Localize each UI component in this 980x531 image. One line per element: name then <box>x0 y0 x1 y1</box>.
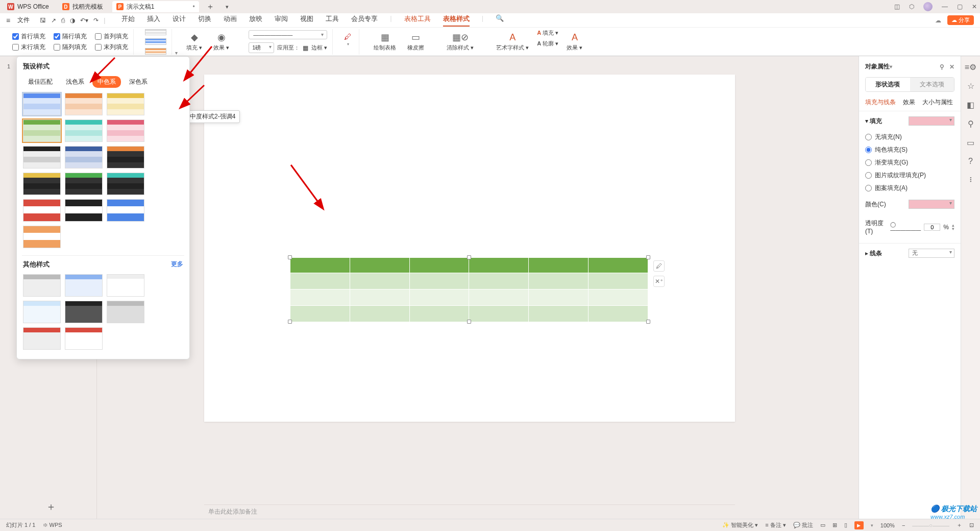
tab-animation[interactable]: 动画 <box>224 14 237 27</box>
style-swatch[interactable] <box>65 146 103 168</box>
zoom-display[interactable]: 100% <box>880 522 895 528</box>
text-outline-button[interactable]: A 轮廓 ▾ <box>537 40 558 47</box>
style-swatch[interactable] <box>23 226 61 248</box>
selected-table[interactable]: 🖊 ✕⁺ <box>290 257 648 322</box>
slideshow-button[interactable]: ▶ <box>854 521 864 529</box>
style-swatch[interactable] <box>107 146 144 168</box>
file-menu[interactable]: 文件 <box>17 16 30 25</box>
view-normal-icon[interactable]: ▭ <box>820 522 825 528</box>
wordart-button[interactable]: A艺术字样式 ▾ <box>493 29 532 55</box>
wand-icon[interactable]: ⚲ <box>968 119 974 129</box>
help-icon[interactable]: ? <box>968 157 973 166</box>
draw-table-button[interactable]: ▦绘制表格 <box>371 29 399 55</box>
radio-gradient-fill[interactable]: 渐变填充(G) <box>859 156 961 169</box>
print-icon[interactable]: ⎙ <box>61 17 65 24</box>
resize-handle[interactable] <box>288 255 292 259</box>
border-icon[interactable]: ▦ <box>303 44 308 52</box>
line-width-dropdown[interactable]: 1磅 <box>249 42 274 53</box>
close-tab-icon[interactable]: • <box>193 3 195 10</box>
style-swatch-3[interactable] <box>145 48 166 55</box>
search-icon[interactable]: 🔍 <box>496 14 504 27</box>
tab-tools[interactable]: 工具 <box>326 14 339 27</box>
text-effect-button[interactable]: A效果 ▾ <box>564 29 585 55</box>
style-swatch[interactable] <box>23 93 61 115</box>
minimize-icon[interactable]: — <box>942 3 948 10</box>
notes-button[interactable]: ≡ 备注 ▾ <box>765 521 786 529</box>
tab-review[interactable]: 审阅 <box>275 14 288 27</box>
style-swatch[interactable] <box>23 327 61 350</box>
style-swatch[interactable] <box>65 119 103 142</box>
style-swatch[interactable] <box>65 173 103 195</box>
resize-handle[interactable] <box>646 320 650 324</box>
comments-button[interactable]: 💬 批注 <box>793 521 813 529</box>
style-swatch-hover[interactable] <box>23 119 61 142</box>
style-swatch-2[interactable] <box>145 38 166 45</box>
resize-handle[interactable] <box>467 320 471 324</box>
style-swatch[interactable] <box>65 274 103 297</box>
tab-slideshow[interactable]: 放映 <box>249 14 262 27</box>
style-swatch[interactable] <box>107 119 144 142</box>
eraser-button[interactable]: ▭橡皮擦 <box>404 29 427 55</box>
tab-shape-options[interactable]: 形状选项 <box>866 78 910 91</box>
style-swatch[interactable] <box>23 274 61 297</box>
style-swatch[interactable] <box>23 199 61 222</box>
tab-menu-button[interactable]: ▾ <box>222 4 233 10</box>
resize-handle[interactable] <box>646 255 650 259</box>
clear-style-button[interactable]: ▦⊘清除样式 ▾ <box>444 29 477 55</box>
subtab-effect[interactable]: 效果 <box>903 98 915 107</box>
layers-icon[interactable]: ◧ <box>967 100 974 110</box>
pin-icon[interactable]: ⚲ <box>940 63 944 70</box>
style-swatch[interactable] <box>23 173 61 195</box>
avatar[interactable] <box>923 2 933 11</box>
style-swatch[interactable] <box>65 93 103 115</box>
hamburger-icon[interactable]: ≡ <box>6 16 10 25</box>
smart-beauty[interactable]: ✨ 智能美化 ▾ <box>722 521 758 529</box>
zoom-out-icon[interactable]: − <box>902 522 905 528</box>
check-banded-col[interactable]: 隔列填充 <box>54 43 87 52</box>
resize-handle[interactable] <box>288 320 292 324</box>
cloud-icon[interactable]: ☁ <box>935 17 941 24</box>
notes-area[interactable]: 单击此处添加备注 <box>204 504 735 519</box>
subtab-size[interactable]: 大小与属性 <box>922 98 953 107</box>
check-first-col[interactable]: 首列填充 <box>95 32 128 41</box>
tab-presentation[interactable]: P 演示文稿1 • <box>112 1 199 12</box>
view-reading-icon[interactable]: ▯ <box>844 522 847 528</box>
check-last-row[interactable]: 末行填充 <box>12 43 45 52</box>
check-last-col[interactable]: 末列填充 <box>95 43 128 52</box>
check-first-row[interactable]: 首行填充 <box>12 32 45 41</box>
style-swatch[interactable] <box>23 146 61 168</box>
more-link[interactable]: 更多 <box>171 260 183 269</box>
dtab-light[interactable]: 浅色系 <box>61 76 89 88</box>
style-swatch-1[interactable] <box>145 29 166 36</box>
layout-icon[interactable]: ◫ <box>894 3 900 10</box>
style-swatch[interactable] <box>107 173 144 195</box>
radio-no-fill[interactable]: 无填充(N) <box>859 131 961 143</box>
style-expand-icon[interactable]: ▾ <box>175 50 178 56</box>
style-swatch[interactable] <box>107 93 144 115</box>
undo-icon[interactable]: ↶▾ <box>80 17 88 24</box>
more-icon[interactable]: ፧ <box>970 175 972 184</box>
radio-picture-fill[interactable]: 图片或纹理填充(P) <box>859 169 961 182</box>
redo-icon[interactable]: ↷ <box>93 17 99 24</box>
text-fill-button[interactable]: A 填充 ▾ <box>537 29 558 37</box>
color-picker[interactable] <box>909 200 954 209</box>
border-label[interactable]: 边框 ▾ <box>311 44 327 52</box>
line-style-dropdown[interactable]: ——————— <box>249 30 327 39</box>
tab-start[interactable]: 开始 <box>121 14 135 27</box>
opacity-input[interactable] <box>924 224 940 231</box>
tab-text-options[interactable]: 文本选项 <box>910 78 954 91</box>
tab-table-tools[interactable]: 表格工具 <box>404 14 431 27</box>
share-button[interactable]: ☁ 分享 <box>947 15 974 25</box>
news-icon[interactable]: ▭ <box>967 138 974 148</box>
resize-handle[interactable] <box>467 255 471 259</box>
close-panel-icon[interactable]: ✕ <box>949 63 954 70</box>
radio-solid-fill[interactable]: 纯色填充(S) <box>859 143 961 156</box>
style-swatch[interactable] <box>65 199 103 222</box>
preview-icon[interactable]: ◑ <box>70 17 75 24</box>
tab-design[interactable]: 设计 <box>173 14 186 27</box>
tab-insert[interactable]: 插入 <box>147 14 160 27</box>
style-swatch[interactable] <box>107 274 144 297</box>
export-icon[interactable]: ↗ <box>51 17 56 24</box>
style-swatch[interactable] <box>107 199 144 222</box>
wps-label[interactable]: ፨ WPS <box>43 522 62 528</box>
